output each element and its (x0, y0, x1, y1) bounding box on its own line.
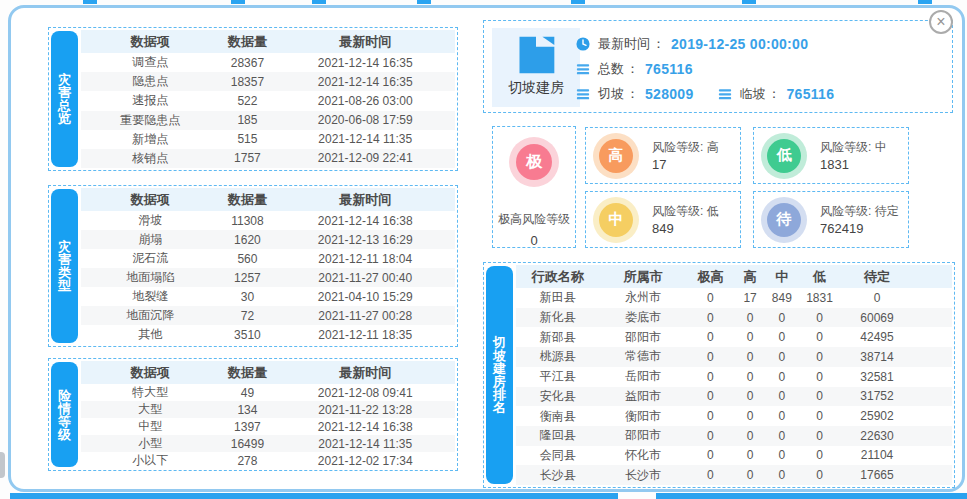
table-cell: 新化县 (516, 309, 599, 326)
table-header-cell: 数据项 (81, 33, 219, 51)
table-cell: 衡阳市 (599, 408, 686, 425)
table-row: 新化县娄底市000060069 (516, 308, 952, 328)
table-row: 地裂缝302021-04-10 15:29 (81, 287, 455, 306)
table-row: 核销点17572021-12-09 22:41 (81, 149, 455, 168)
table-row: 地面沉降722021-11-27 00:28 (81, 306, 455, 325)
table-header-cell: 最新时间 (275, 191, 455, 209)
table-cell: 11308 (219, 214, 275, 228)
table-cell: 0 (798, 468, 842, 482)
table-row: 特大型492021-12-08 09:41 (81, 384, 455, 401)
table-cell: 小以下 (81, 452, 219, 469)
table-header-cell: 数据量 (219, 33, 275, 51)
risk-badge-extreme: 极 (516, 144, 552, 180)
table-cell: 0 (734, 350, 766, 364)
close-button[interactable]: × (929, 10, 953, 34)
table-cell: 0 (734, 409, 766, 423)
table-cell: 522 (219, 94, 275, 108)
table-cell: 2021-11-22 13:28 (275, 403, 455, 417)
stat-value: 765116 (787, 86, 835, 102)
stat-adjacent-slope: 临坡： 765116 (718, 85, 835, 103)
stat-colon: ： (626, 85, 639, 103)
slope-housing-icon-block: 切坡建房 (492, 28, 580, 107)
background-fragment (312, 0, 326, 4)
table-row: 桃源县常德市000038714 (516, 347, 952, 367)
disaster-types-table: 数据项数据量最新时间滑坡113082021-12-14 16:38崩塌16202… (81, 188, 455, 344)
stat-latest-time: 最新时间： 2019-12-25 00:00:00 (576, 32, 834, 55)
table-header-row: 行政名称所属市极高高中低待定 (516, 265, 952, 288)
table-cell: 0 (687, 330, 735, 344)
info-title: 切坡建房 (508, 79, 564, 97)
table-cell: 515 (219, 132, 275, 146)
table-cell: 2021-12-14 16:38 (275, 420, 455, 434)
table-cell: 22630 (841, 429, 912, 443)
table-row: 新田县永州市01784918310 (516, 288, 952, 308)
table-header-cell: 行政名称 (516, 268, 599, 286)
risk-card: 低风险等级: 中1831 (753, 127, 909, 184)
table-cell: 邵阳市 (599, 427, 686, 444)
table-row: 滑坡113082021-12-14 16:38 (81, 211, 455, 230)
table-cell: 桃源县 (516, 348, 599, 365)
list-icon (576, 62, 590, 76)
table-cell: 0 (687, 468, 735, 482)
panel-tab-ranking: 切坡建房排名 (486, 266, 513, 484)
risk-card-grid: 高风险等级: 高17低风险等级: 中1831中风险等级: 低849待风险等级: … (585, 127, 909, 248)
table-cell: 2021-11-27 00:28 (275, 309, 455, 323)
table-cell: 2021-11-27 00:40 (275, 271, 455, 285)
table-cell: 新田县 (516, 289, 599, 306)
clock-icon (576, 37, 590, 51)
table-cell: 2020-06-08 17:59 (275, 113, 455, 127)
table-cell: 0 (798, 370, 842, 384)
risk-badge: 低 (767, 139, 801, 173)
table-row: 大型1342021-11-22 13:28 (81, 401, 455, 418)
table-cell: 0 (798, 429, 842, 443)
table-cell: 中型 (81, 418, 219, 435)
panel-slope-housing-ranking: 切坡建房排名 行政名称所属市极高高中低待定新田县永州市01784918310新化… (483, 262, 955, 488)
table-cell: 岳阳市 (599, 368, 686, 385)
table-cell: 2021-12-11 18:04 (275, 252, 455, 266)
table-cell: 核销点 (81, 150, 219, 167)
table-cell: 地裂缝 (81, 288, 219, 305)
stat-colon: ： (652, 35, 665, 53)
risk-value: 1831 (820, 156, 887, 173)
background-fragment (918, 0, 932, 4)
slope-house-icon (513, 33, 559, 77)
stat-label: 总数 (598, 60, 624, 78)
table-cell: 0 (734, 370, 766, 384)
table-cell: 1257 (219, 271, 275, 285)
table-cell: 地面塌陷 (81, 269, 219, 286)
background-fragment (417, 0, 431, 4)
ranking-table: 行政名称所属市极高高中低待定新田县永州市01784918310新化县娄底市000… (516, 265, 952, 485)
table-cell: 隐患点 (81, 73, 219, 90)
table-header-cell: 中 (766, 268, 798, 286)
table-cell: 隆回县 (516, 427, 599, 444)
table-cell: 小型 (81, 435, 219, 452)
table-row: 新邵县邵阳市000042495 (516, 327, 952, 347)
table-row: 泥石流5602021-12-11 18:04 (81, 249, 455, 268)
info-stats: 最新时间： 2019-12-25 00:00:00 总数： 765116 切 (576, 30, 834, 105)
background-fragment (83, 0, 97, 4)
table-cell: 560 (219, 252, 275, 266)
risk-label: 极高风险等级 (498, 211, 570, 228)
stat-label: 切坡 (598, 85, 624, 103)
table-cell: 新增点 (81, 131, 219, 148)
table-cell: 地面沉降 (81, 307, 219, 324)
table-cell: 0 (687, 448, 735, 462)
risk-card-text: 风险等级: 低849 (652, 203, 719, 237)
stat-value: 2019-12-25 00:00:00 (671, 36, 808, 52)
table-cell: 0 (734, 468, 766, 482)
table-cell: 17 (734, 291, 766, 305)
table-row: 中型13972021-12-14 16:38 (81, 418, 455, 435)
table-row: 地面塌陷12572021-11-27 00:40 (81, 268, 455, 287)
panel-danger-levels: 险情等级 数据项数据量最新时间特大型492021-12-08 09:41大型13… (48, 358, 458, 471)
panel-tab-label: 灾害类型 (58, 240, 71, 292)
table-cell: 怀化市 (599, 447, 686, 464)
table-cell: 永州市 (599, 289, 686, 306)
risk-card: 高风险等级: 高17 (585, 127, 741, 184)
panel-tab-disaster-types: 灾害类型 (51, 189, 78, 343)
table-cell: 其他 (81, 326, 219, 343)
table-row: 会同县怀化市000021104 (516, 446, 952, 466)
table-cell: 185 (219, 113, 275, 127)
table-cell: 2021-12-14 11:35 (275, 132, 455, 146)
risk-value: 849 (652, 220, 719, 237)
table-cell: 25902 (841, 409, 912, 423)
